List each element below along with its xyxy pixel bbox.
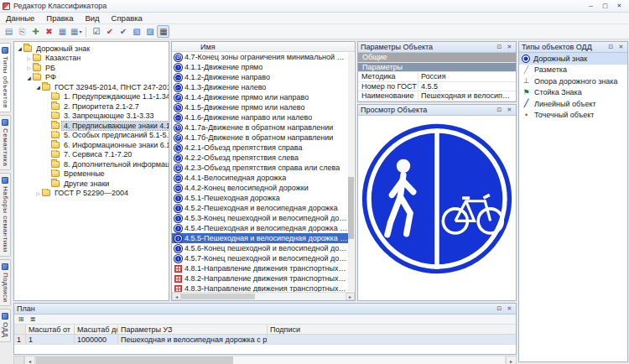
maximize-button[interactable]: ▢ (598, 1, 612, 12)
panel-right-icon[interactable]: ▨ (143, 25, 156, 38)
side-tab-object-types[interactable]: Типы объектов (0, 43, 11, 112)
list-column-header[interactable]: Имя (172, 42, 355, 52)
list-item[interactable]: Ø4.7-Конец зоны ограничения минимальной … (172, 52, 348, 62)
pin-icon[interactable]: ⊡ (496, 305, 503, 312)
bottom-horizontal-scrollbar[interactable]: ◂ ▸ (13, 356, 517, 364)
scroll-right-icon[interactable]: ▸ (506, 356, 517, 364)
list-item[interactable]: i4.5.4-Пешеходная и велосипедная дорожка… (172, 223, 348, 233)
add-row-icon[interactable]: ⊞ (16, 315, 26, 324)
add-icon[interactable]: ✚ (29, 25, 42, 38)
pin-icon[interactable]: ⊡ (496, 44, 503, 50)
list-item[interactable]: i4.5.2-Пешеходная и велосипедная дорожка (172, 203, 348, 213)
tree-expander-icon[interactable]: ◢ (34, 84, 42, 90)
panel-left-icon[interactable]: ▧ (130, 25, 143, 38)
tree-item[interactable]: 1. Предупреждающие 1.1-1.34.3 (14, 92, 169, 102)
tree-expander-icon[interactable]: ◢ (25, 75, 33, 81)
tree-item[interactable]: 3. Запрещающие 3.1-3.33 (14, 112, 169, 122)
tree-expander-icon[interactable]: ▷ (25, 55, 33, 61)
plan-row[interactable]: 111000000Пешеходная и велосипедная дорож… (14, 335, 516, 345)
list-item[interactable]: ∞4.4.1-Велосипедная дорожка (172, 173, 348, 183)
close-icon[interactable]: ✕ (506, 305, 513, 312)
tree-item[interactable]: ◢Дорожный знак (14, 44, 169, 54)
view-mode-icon[interactable]: ▦▾ (70, 25, 82, 38)
list-item[interactable]: →4.1.2-Движение направо (172, 72, 348, 82)
list-item[interactable]: ←4.1.3-Движение налево (172, 82, 348, 92)
tree-item[interactable]: 8. Дополнительной информации 8.1.1-8.24 (14, 159, 169, 169)
grid-view-icon[interactable]: ▦ (157, 25, 169, 38)
pin-icon[interactable]: ⊡ (496, 107, 503, 113)
list-item[interactable]: i4.5.3-Конец пешеходной и велосипедной д… (172, 213, 348, 223)
property-value[interactable]: Пешеходная и велосипедная дорожка с ... (418, 91, 516, 100)
list-vertical-scrollbar-thumb[interactable] (348, 177, 354, 239)
odd-type-sign-support[interactable]: ⊥Опора дорожного знака (519, 75, 627, 87)
list-item[interactable]: i4.5.5-Пешеходная и велосипедная дорожка… (172, 233, 348, 243)
tree-item[interactable]: 2. Приоритета 2.1-2.7 (14, 101, 169, 112)
property-group-row[interactable]: Общие (358, 53, 516, 63)
close-icon[interactable]: ✕ (506, 44, 513, 50)
list-item[interactable]: i4.5.1-Пешеходная дорожка (172, 193, 348, 203)
list-item[interactable]: ↙4.2.2-Объезд препятствия слева (172, 153, 348, 163)
tree-item[interactable]: ▷Казахстан (14, 54, 169, 64)
tree-expander-icon[interactable]: ▷ (34, 190, 42, 196)
property-row[interactable]: НаименованиеПешеходная и велосипедная до… (358, 91, 516, 101)
pin-icon[interactable]: ⊡ (607, 44, 615, 50)
row-list-icon[interactable]: ≣ (28, 315, 38, 324)
tree-expander-icon[interactable]: ▷ (25, 65, 33, 70)
check-blue-icon[interactable]: ✔ (117, 25, 129, 38)
property-row[interactable]: МетодикаРоссия (358, 72, 516, 82)
list-item[interactable]: ↔4.1.6-Движение направо или налево (172, 112, 348, 122)
property-value[interactable]: Россия (418, 72, 516, 81)
list-item[interactable]: i4.5.6-Конец пешеходной и велосипедной д… (172, 243, 348, 253)
plan-scale-from-cell[interactable]: 1 (26, 335, 75, 344)
tree-item[interactable]: 4. Предписывающие знаки 4.1.1-4.8.3 (14, 121, 169, 131)
odd-type-point-object[interactable]: •Точечный объект (519, 110, 627, 122)
tree-item[interactable]: Временные (14, 169, 169, 179)
list-vertical-scrollbar[interactable] (348, 53, 354, 291)
bottom-scroll-track[interactable] (35, 356, 506, 364)
plan-column-header[interactable]: Подписи (268, 325, 516, 334)
tree-expander-icon[interactable]: ◢ (16, 45, 23, 51)
plan-params-cell[interactable]: Пешеходная и велосипедная дорожка с разд… (118, 335, 268, 344)
plan-scale-to-cell[interactable]: 1000000 (75, 335, 118, 344)
close-icon[interactable]: ✕ (506, 107, 513, 113)
plan-column-header[interactable]: Параметры УЗ (118, 325, 268, 334)
copy-icon[interactable]: ⎘ (16, 25, 29, 38)
scroll-left-icon[interactable]: ◂ (24, 356, 35, 364)
list-item[interactable]: ∞4.4.2-Конец велосипедной дорожки (172, 183, 348, 193)
side-tab-semantics[interactable]: Семантика (0, 115, 11, 170)
tree-item[interactable]: Другие знаки (14, 179, 169, 189)
tree-item[interactable]: 6. Информационные знаки 6.1-6.21.2 (14, 140, 169, 150)
plan-labels-cell[interactable] (268, 335, 516, 344)
list-item[interactable]: 4.8.3-Направление движения транспортных … (172, 283, 348, 292)
property-value[interactable]: 4.5.5 (418, 82, 516, 91)
minimize-button[interactable]: ─ (584, 1, 598, 12)
plan-column-header[interactable]: Масштаб от (26, 325, 75, 334)
side-tab-semantic-sets[interactable]: Наборы семантики (0, 173, 11, 257)
menu-item-help[interactable]: Справка (106, 13, 148, 23)
menu-item-data[interactable]: Данные (0, 13, 40, 23)
list-item[interactable]: ↻4.1.7а-Движение в обратном направлении (172, 122, 348, 133)
check-red-icon[interactable]: ✔ (103, 25, 116, 38)
list-item[interactable]: ⇖4.1.5-Движение прямо или налево (172, 102, 348, 112)
check-box-icon[interactable]: ☑ (90, 25, 102, 38)
list-item[interactable]: 4.8.1-Направление движения транспортных … (172, 263, 348, 273)
list-hscroll-thumb[interactable] (181, 294, 255, 299)
menu-item-edit[interactable]: Правка (40, 13, 79, 23)
tree-item[interactable]: ◢РФ (14, 73, 169, 83)
odd-type-marking[interactable]: ╱Разметка (519, 65, 627, 76)
list-horizontal-scrollbar[interactable]: ◂ ▸ (172, 292, 355, 300)
tree-item[interactable]: 7. Сервиса 7.1-7.20 (14, 150, 169, 160)
side-tab-labels[interactable]: Подписи (0, 259, 11, 306)
list-item[interactable]: ↺4.1.7б-Движение в обратном направлении (172, 133, 348, 143)
delete-icon[interactable]: ✖ (43, 25, 55, 38)
scroll-left-icon[interactable]: ◂ (172, 293, 181, 300)
list-item[interactable]: i4.5.7-Конец пешеходной и велосипедной д… (172, 253, 348, 263)
tree-item[interactable]: 5. Особых предписаний 5.1-5.34 (14, 131, 169, 141)
list-item[interactable]: ⇗4.1.4-Движение прямо или направо (172, 92, 348, 102)
close-button[interactable]: ✕ (612, 1, 626, 12)
property-group-row[interactable]: Параметры (358, 63, 516, 73)
odd-type-road-sign[interactable]: Дорожный знак (519, 53, 627, 65)
close-icon[interactable]: ✕ (617, 44, 625, 50)
side-tab-odd[interactable]: ОДД (0, 309, 11, 341)
plan-column-header[interactable]: Масштаб до (75, 325, 118, 334)
